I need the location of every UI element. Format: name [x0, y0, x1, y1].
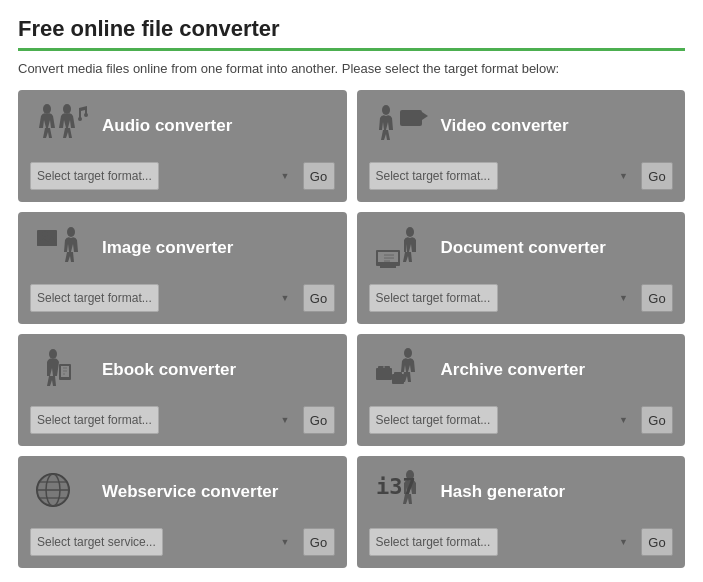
svg-point-24 [404, 348, 412, 358]
svg-point-8 [42, 231, 48, 237]
svg-point-10 [67, 227, 75, 237]
webservice-card: Webservice converter Select target servi… [18, 456, 347, 568]
image-card: Image converter Select target format... … [18, 212, 347, 324]
webservice-icon [30, 466, 94, 518]
converter-grid: Audio converter Select target format... … [18, 90, 685, 568]
svg-point-2 [78, 117, 82, 121]
svg-point-18 [49, 349, 57, 359]
hash-select-wrapper: Select target format... [369, 528, 636, 556]
image-card-title: Image converter [102, 238, 233, 258]
svg-point-6 [382, 105, 390, 115]
video-card-header: Video converter [369, 100, 674, 152]
archive-icon [369, 344, 433, 396]
svg-text:i37: i37 [376, 474, 416, 499]
document-card-header: Document converter [369, 222, 674, 274]
document-card: Document converter Select target format.… [357, 212, 686, 324]
archive-card-header: Archive converter [369, 344, 674, 396]
title-divider [18, 48, 685, 51]
svg-point-0 [43, 104, 51, 114]
video-icon [369, 100, 433, 152]
webservice-card-controls: Select target service... Go [30, 528, 335, 556]
archive-go-button[interactable]: Go [641, 406, 673, 434]
image-card-header: Image converter [30, 222, 335, 274]
hash-card: i37 Hash generator Select target format.… [357, 456, 686, 568]
hash-icon: i37 [369, 466, 433, 518]
video-card-controls: Select target format... Go [369, 162, 674, 190]
audio-card: Audio converter Select target format... … [18, 90, 347, 202]
ebook-card-header: Ebook converter [30, 344, 335, 396]
svg-point-35 [37, 474, 69, 506]
video-select-wrapper: Select target format... [369, 162, 636, 190]
audio-card-header: Audio converter [30, 100, 335, 152]
document-card-title: Document converter [441, 238, 606, 258]
hash-card-header: i37 Hash generator [369, 466, 674, 518]
document-select-wrapper: Select target format... [369, 284, 636, 312]
video-format-select[interactable]: Select target format... [369, 162, 498, 190]
svg-rect-14 [380, 266, 396, 268]
svg-point-3 [84, 113, 88, 117]
page-subtitle: Convert media files online from one form… [18, 61, 685, 76]
archive-card-title: Archive converter [441, 360, 586, 380]
webservice-service-select[interactable]: Select target service... [30, 528, 163, 556]
archive-card-controls: Select target format... Go [369, 406, 674, 434]
ebook-go-button[interactable]: Go [303, 406, 335, 434]
audio-format-select[interactable]: Select target format... [30, 162, 159, 190]
webservice-card-title: Webservice converter [102, 482, 278, 502]
ebook-format-select[interactable]: Select target format... [30, 406, 159, 434]
webservice-go-button[interactable]: Go [303, 528, 335, 556]
image-icon [30, 222, 94, 274]
image-format-select[interactable]: Select target format... [30, 284, 159, 312]
image-go-button[interactable]: Go [303, 284, 335, 312]
image-card-controls: Select target format... Go [30, 284, 335, 312]
video-go-button[interactable]: Go [641, 162, 673, 190]
audio-icon [30, 100, 94, 152]
document-card-controls: Select target format... Go [369, 284, 674, 312]
audio-select-wrapper: Select target format... [30, 162, 297, 190]
ebook-card-controls: Select target format... Go [30, 406, 335, 434]
ebook-select-wrapper: Select target format... [30, 406, 297, 434]
document-go-button[interactable]: Go [641, 284, 673, 312]
document-format-select[interactable]: Select target format... [369, 284, 498, 312]
video-card-title: Video converter [441, 116, 569, 136]
archive-card: Archive converter Select target format..… [357, 334, 686, 446]
svg-marker-5 [422, 112, 428, 120]
hash-card-controls: Select target format... Go [369, 528, 674, 556]
hash-go-button[interactable]: Go [641, 528, 673, 556]
image-select-wrapper: Select target format... [30, 284, 297, 312]
svg-rect-29 [394, 372, 402, 376]
audio-card-controls: Select target format... Go [30, 162, 335, 190]
audio-card-title: Audio converter [102, 116, 232, 136]
svg-point-11 [406, 227, 414, 237]
webservice-card-header: Webservice converter [30, 466, 335, 518]
ebook-icon [30, 344, 94, 396]
archive-format-select[interactable]: Select target format... [369, 406, 498, 434]
video-card: Video converter Select target format... … [357, 90, 686, 202]
ebook-card: Ebook converter Select target format... … [18, 334, 347, 446]
hash-card-title: Hash generator [441, 482, 566, 502]
document-icon [369, 222, 433, 274]
hash-format-select[interactable]: Select target format... [369, 528, 498, 556]
svg-point-1 [63, 104, 71, 114]
webservice-select-wrapper: Select target service... [30, 528, 297, 556]
svg-rect-4 [400, 110, 422, 126]
page-title: Free online file converter [18, 16, 685, 42]
ebook-card-title: Ebook converter [102, 360, 236, 380]
audio-go-button[interactable]: Go [303, 162, 335, 190]
archive-select-wrapper: Select target format... [369, 406, 636, 434]
